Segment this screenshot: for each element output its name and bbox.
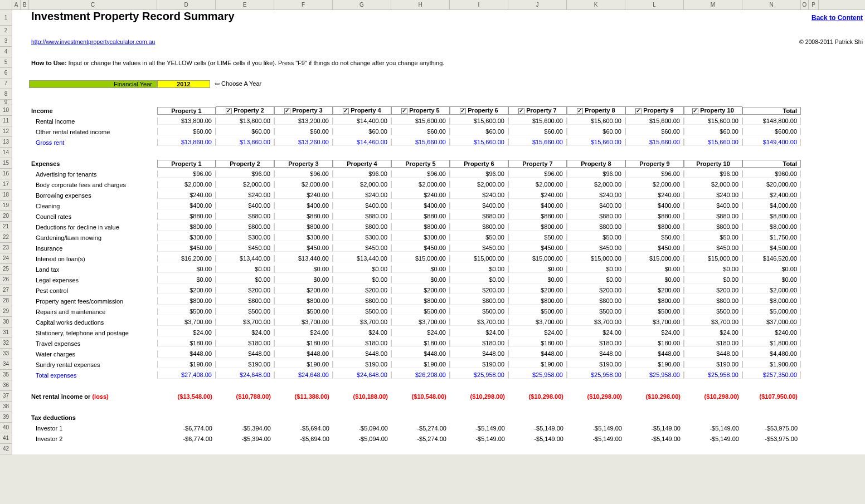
col-header[interactable]: G [333,0,391,9]
col-header[interactable]: E [216,0,274,9]
data-cell[interactable]: $500.00 [216,308,274,315]
data-cell[interactable]: $200.00 [333,287,391,294]
data-cell[interactable]: $8,000.00 [742,223,801,231]
net-cell[interactable]: ($10,188.00) [333,393,391,400]
data-cell[interactable]: $15,660.00 [625,139,684,146]
row-header[interactable]: 4 [0,47,12,57]
data-cell[interactable]: $800.00 [216,297,274,305]
data-cell[interactable]: $2,000.00 [333,181,391,188]
data-cell[interactable]: $190.00 [157,361,216,368]
data-cell[interactable]: $180.00 [391,340,450,347]
data-cell[interactable]: $500.00 [391,308,450,315]
data-cell[interactable]: $880.00 [684,213,742,220]
data-cell[interactable]: $0.00 [742,266,801,273]
data-cell[interactable]: $800.00 [333,297,391,305]
checkbox-icon[interactable] [284,108,290,114]
data-cell[interactable]: $15,660.00 [684,139,742,146]
data-cell[interactable]: $24.00 [684,329,742,336]
data-cell[interactable]: $96.00 [157,170,216,178]
data-cell[interactable]: $880.00 [567,213,625,220]
col-header[interactable]: P [809,0,819,9]
data-cell[interactable]: $13,800.00 [216,118,274,125]
data-cell[interactable]: -$5,149.00 [567,425,625,432]
checkbox-icon[interactable] [518,108,524,114]
data-cell[interactable]: $2,400.00 [742,192,801,199]
data-cell[interactable]: $3,700.00 [333,319,391,326]
data-cell[interactable]: $190.00 [508,361,567,368]
data-cell[interactable]: -$6,774.00 [157,436,216,442]
data-cell[interactable]: $15,600.00 [567,118,625,125]
data-cell[interactable]: $190.00 [684,361,742,368]
data-cell[interactable]: $180.00 [216,340,274,347]
data-cell[interactable]: $240.00 [742,329,801,336]
data-cell[interactable]: $880.00 [333,213,391,220]
back-to-content-link[interactable]: Back to Content [811,14,863,22]
row-header[interactable]: 42 [0,444,12,454]
row-header[interactable]: 8 [0,89,12,100]
data-cell[interactable]: $190.00 [216,361,274,368]
data-cell[interactable]: $24.00 [508,329,567,336]
data-cell[interactable]: $24.00 [274,329,333,336]
data-cell[interactable]: $96.00 [567,170,625,178]
data-cell[interactable]: $257,350.00 [742,371,801,379]
data-cell[interactable]: $0.00 [216,276,274,283]
col-header[interactable]: K [567,0,625,9]
data-cell[interactable]: -$5,274.00 [391,436,450,442]
data-cell[interactable]: $240.00 [625,192,684,199]
data-cell[interactable]: $800.00 [450,223,508,231]
row-header[interactable]: 12 [0,126,12,137]
data-cell[interactable]: $400.00 [274,202,333,209]
data-cell[interactable]: $15,660.00 [450,139,508,146]
data-cell[interactable]: $20,000.00 [742,181,801,188]
data-cell[interactable]: $60.00 [333,128,391,135]
data-cell[interactable]: $800.00 [684,297,742,305]
row-header[interactable]: 13 [0,137,12,148]
data-cell[interactable]: $880.00 [157,213,216,220]
data-cell[interactable]: $148,800.00 [742,118,801,125]
row-header[interactable]: 39 [0,412,12,423]
data-cell[interactable]: $880.00 [625,213,684,220]
col-header[interactable]: A [12,0,21,9]
data-cell[interactable]: $180.00 [157,340,216,347]
row-header[interactable]: 35 [0,370,12,380]
data-cell[interactable]: $15,000.00 [684,255,742,262]
data-cell[interactable]: $450.00 [157,244,216,252]
data-cell[interactable]: $16,200.00 [157,255,216,262]
row-header[interactable]: 16 [0,169,12,179]
data-cell[interactable]: $13,200.00 [274,118,333,125]
row-header[interactable]: 21 [0,222,12,232]
data-cell[interactable]: $13,440.00 [333,255,391,262]
data-cell[interactable]: $0.00 [742,276,801,283]
data-cell[interactable]: $15,000.00 [391,255,450,262]
website-link[interactable]: http://www.investmentpropertycalculator.… [31,38,155,45]
data-cell[interactable]: $13,440.00 [216,255,274,262]
col-header[interactable]: I [450,0,508,9]
net-cell[interactable]: ($107,950.00) [742,393,801,400]
data-cell[interactable]: -$5,274.00 [391,425,450,432]
row-header[interactable]: 11 [0,116,12,126]
data-cell[interactable]: $3,700.00 [274,319,333,326]
data-cell[interactable]: $13,440.00 [274,255,333,262]
data-cell[interactable]: -$5,149.00 [625,425,684,432]
data-cell[interactable]: $400.00 [391,202,450,209]
data-cell[interactable]: $96.00 [450,170,508,178]
data-cell[interactable]: $3,700.00 [625,319,684,326]
row-header[interactable]: 1 [0,10,12,26]
data-cell[interactable]: $13,860.00 [216,139,274,146]
data-cell[interactable]: $1,750.00 [742,234,801,241]
row-header[interactable]: 17 [0,179,12,190]
row-header[interactable]: 10 [0,105,12,116]
data-cell[interactable]: $800.00 [508,297,567,305]
data-cell[interactable]: $96.00 [333,170,391,178]
row-header[interactable]: 20 [0,211,12,222]
data-cell[interactable]: $800.00 [157,297,216,305]
data-cell[interactable]: $200.00 [567,287,625,294]
data-cell[interactable]: -$5,149.00 [508,425,567,432]
data-cell[interactable]: -$53,975.00 [742,436,801,442]
checkbox-icon[interactable] [635,108,642,114]
data-cell[interactable]: $448.00 [567,350,625,358]
checkbox-icon[interactable] [401,108,407,114]
data-cell[interactable]: $500.00 [333,308,391,315]
data-cell[interactable]: $3,700.00 [567,319,625,326]
row-header[interactable]: 28 [0,296,12,306]
